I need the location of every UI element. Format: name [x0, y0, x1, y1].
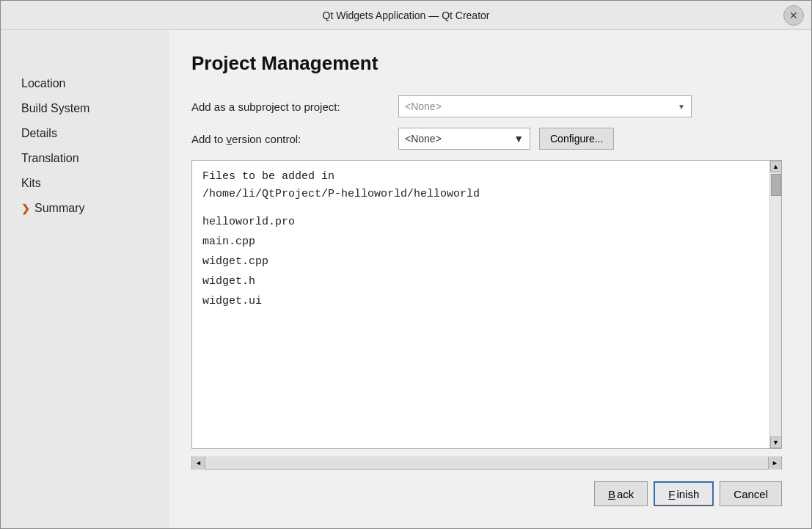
subproject-dropdown-arrow: ▼ [678, 103, 685, 111]
files-path: /home/li/QtProject/P-helloworld/hellowor… [202, 188, 480, 200]
sidebar-item-translation[interactable]: Translation [15, 149, 155, 168]
file-entry: helloworld.pro [202, 212, 771, 232]
sidebar-label-details: Details [21, 127, 57, 140]
sidebar-item-kits[interactable]: Kits [15, 174, 155, 193]
version-control-arrow: ▼ [513, 133, 524, 145]
file-entry: main.cpp [202, 232, 771, 252]
file-list-inner: Files to be added in /home/li/QtProject/… [192, 161, 781, 448]
subproject-dropdown[interactable]: <None> ▼ [398, 95, 692, 117]
subproject-label: Add as a subproject to project: [191, 101, 389, 113]
cancel-button[interactable]: Cancel [720, 481, 782, 506]
file-entry: widget.ui [202, 291, 771, 311]
subproject-row: Add as a subproject to project: <None> ▼ [191, 95, 782, 117]
files-list: helloworld.promain.cppwidget.cppwidget.h… [202, 212, 771, 311]
scroll-right-button[interactable]: ► [768, 456, 781, 470]
sidebar-item-location[interactable]: Location [15, 74, 155, 93]
scroll-track-x [205, 456, 768, 469]
subproject-value: <None> [405, 101, 442, 112]
scroll-left-button[interactable]: ◄ [192, 456, 205, 470]
sidebar-label-build-system: Build System [21, 102, 89, 115]
files-path-line: /home/li/QtProject/P-helloworld/hellowor… [202, 186, 771, 203]
file-entry: widget.h [202, 271, 771, 291]
version-control-value: <None> [405, 133, 442, 145]
back-button[interactable]: Back [594, 481, 648, 506]
horizontal-scrollbar: ◄ ► [191, 456, 782, 470]
version-control-label: Add to version control: [191, 133, 389, 145]
sidebar-arrow-summary: ❯ [21, 203, 30, 214]
sidebar-label-translation: Translation [21, 152, 79, 165]
version-control-dropdown[interactable]: <None> ▼ [398, 128, 530, 150]
finish-button[interactable]: Finish [654, 481, 714, 506]
vertical-scrollbar: ▲ ▼ [769, 161, 781, 448]
sidebar-label-location: Location [21, 77, 66, 90]
scroll-down-button[interactable]: ▼ [770, 437, 782, 448]
sidebar-item-summary[interactable]: ❯Summary [15, 199, 155, 218]
page-title: Project Management [191, 52, 782, 75]
sidebar-item-build-system[interactable]: Build System [15, 99, 155, 118]
file-entry: widget.cpp [202, 252, 771, 271]
configure-button[interactable]: Configure... [539, 128, 614, 150]
right-panel: Project Management Add as a subproject t… [169, 30, 811, 528]
button-row: Back Finish Cancel [191, 470, 782, 514]
sidebar-label-summary: Summary [34, 202, 84, 215]
version-control-row: Add to version control: <None> ▼ Configu… [191, 128, 782, 150]
files-header: Files to be added in [202, 170, 334, 183]
main-window: Qt Widgets Application — Qt Creator ✕ Lo… [0, 0, 812, 529]
files-header-line: Files to be added in [202, 168, 771, 186]
sidebar-label-kits: Kits [21, 177, 41, 190]
scroll-thumb[interactable] [771, 174, 781, 196]
scroll-up-button[interactable]: ▲ [770, 161, 782, 172]
file-list-container: Files to be added in /home/li/QtProject/… [191, 160, 782, 449]
window-title: Qt Widgets Application — Qt Creator [323, 10, 490, 21]
main-content: LocationBuild SystemDetailsTranslationKi… [1, 30, 811, 528]
sidebar: LocationBuild SystemDetailsTranslationKi… [1, 30, 169, 528]
sidebar-item-details[interactable]: Details [15, 124, 155, 143]
close-button[interactable]: ✕ [783, 5, 804, 26]
title-bar: Qt Widgets Application — Qt Creator ✕ [1, 1, 811, 30]
